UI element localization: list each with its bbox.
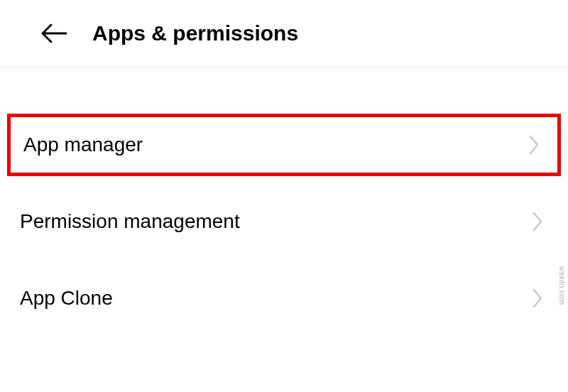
- list-item-label: App manager: [23, 134, 143, 156]
- list-item-label: Permission management: [20, 210, 240, 233]
- header: Apps & permissions: [0, 0, 568, 67]
- back-icon[interactable]: [41, 23, 67, 43]
- chevron-right-icon: [532, 212, 542, 232]
- chevron-right-icon: [529, 135, 539, 155]
- list-item-label: App Clone: [20, 287, 113, 310]
- list-item-app-clone[interactable]: App Clone: [0, 267, 568, 330]
- page-title: Apps & permissions: [92, 21, 298, 45]
- watermark: wsxdn.com: [558, 266, 566, 305]
- chevron-right-icon: [532, 288, 542, 308]
- list-item-app-manager[interactable]: App manager: [7, 114, 561, 176]
- list-item-permission-management[interactable]: Permission management: [0, 190, 568, 253]
- settings-list: App manager Permission management App Cl…: [0, 67, 568, 330]
